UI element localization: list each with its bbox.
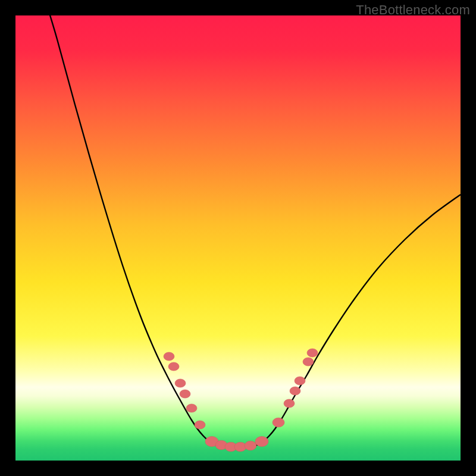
curve-marker [245,441,256,450]
curve-marker [295,377,305,385]
curve-marker [303,358,314,366]
watermark-text: TheBottleneck.com [356,2,470,18]
curve-marker [186,404,197,412]
curve-marker [307,349,318,357]
curve-marker [168,362,179,371]
curve-marker [284,399,295,408]
chart-frame [15,15,461,461]
curve-marker [195,421,205,429]
bottleneck-curve [15,15,461,461]
curve-marker [290,387,300,395]
curve-marker [175,379,186,387]
curve-marker [180,390,190,398]
curve-marker [273,418,284,427]
curve-marker [255,436,268,446]
curve-marker [164,352,174,361]
